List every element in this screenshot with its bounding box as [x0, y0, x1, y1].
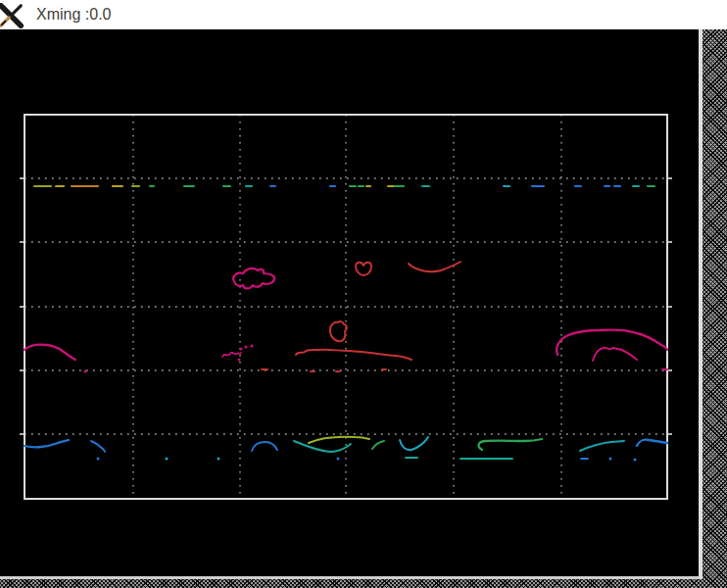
window-titlebar[interactable]: Xming :0.0	[0, 0, 727, 29]
grads-graphics-window	[0, 29, 703, 579]
xming-logo-icon	[0, 3, 26, 28]
xming-window: Xming :0.0	[0, 0, 727, 588]
window-title: Xming :0.0	[36, 6, 111, 24]
